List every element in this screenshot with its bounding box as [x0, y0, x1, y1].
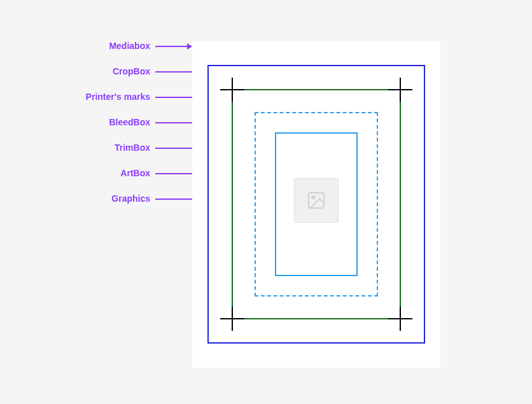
label-printers-marks: Printer's marks [86, 92, 150, 102]
label-cropbox: CropBox [113, 66, 150, 76]
mediabox-paper [192, 41, 440, 368]
label-mediabox: Mediabox [109, 41, 150, 51]
label-artbox: ArtBox [120, 168, 150, 178]
label-trimbox: TrimBox [115, 143, 150, 153]
registration-mark-bl [220, 307, 244, 331]
arrow-mediabox [155, 46, 188, 47]
registration-mark-tl [220, 78, 244, 102]
label-bleedbox: BleedBox [109, 117, 150, 127]
svg-point-1 [312, 196, 314, 199]
label-graphics: Graphics [111, 193, 150, 204]
registration-mark-br [388, 307, 412, 331]
image-icon [306, 190, 326, 211]
graphics-placeholder [294, 178, 339, 223]
registration-mark-tr [388, 78, 412, 102]
